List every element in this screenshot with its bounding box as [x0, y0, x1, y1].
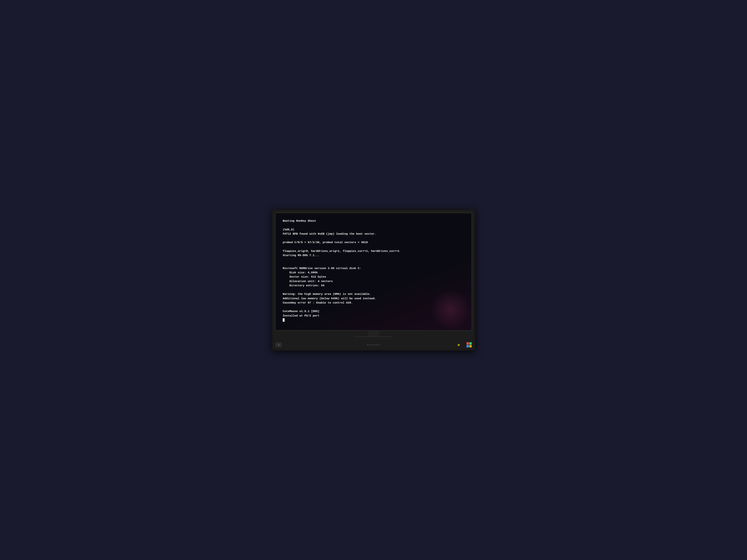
star-icon: ★: [457, 343, 461, 347]
terminal-cursor-line: [283, 319, 285, 322]
terminal-line: Sector size: 512 bytes: [283, 275, 326, 278]
monitor-logo-text: 显: [278, 344, 280, 346]
terminal-line: CuteMouse v1.9.1 [DOS]: [283, 310, 319, 313]
monitor: Booting OneKey Ghost (hd0,0) FAT12 BPB f…: [272, 209, 475, 351]
terminal-line: Allocation unit: 4 sectors: [283, 280, 333, 283]
terminal-line: Starting MS-DOS 7.1...: [283, 254, 319, 257]
windows-icon: [466, 342, 472, 347]
terminal-line: Warning: the high memory area (HMA) is n…: [283, 293, 371, 296]
terminal-line: FAT12 BPB found with 0xEB (jmp) leading …: [283, 233, 376, 236]
terminal-line: (hd0,0): [283, 228, 294, 231]
terminal-line: Installed at PS/2 port: [283, 314, 319, 317]
monitor-stand-base: [355, 336, 392, 340]
monitor-bezel: Booting OneKey Ghost (hd0,0) FAT12 BPB f…: [275, 213, 472, 331]
terminal-line: floppies_orig=0, harddrives_orig=1, flop…: [283, 250, 400, 253]
terminal-line: CauseWay error 07 : Unable to control A2…: [283, 301, 353, 304]
terminal-line: Booting OneKey Ghost: [283, 219, 316, 222]
monitor-brand: PHILIPS: [367, 344, 380, 346]
terminal-line: probed C/H/S = 67/2/36, probed total sec…: [283, 241, 368, 244]
monitor-logo-left: 显: [276, 343, 282, 347]
terminal-line: Directory entries: 64: [283, 284, 325, 287]
terminal-line: Disk size: 4,096k: [283, 271, 318, 274]
terminal-line: Additional low memory (below 640K) will …: [283, 297, 376, 300]
terminal-output: Booting OneKey Ghost (hd0,0) FAT12 BPB f…: [283, 219, 464, 322]
screen: Booting OneKey Ghost (hd0,0) FAT12 BPB f…: [276, 214, 471, 330]
monitor-stand-neck: [368, 331, 379, 336]
terminal-line: Microsoft RAMDrive version 3.06 virtual …: [283, 267, 361, 270]
terminal-cursor: [283, 318, 285, 322]
